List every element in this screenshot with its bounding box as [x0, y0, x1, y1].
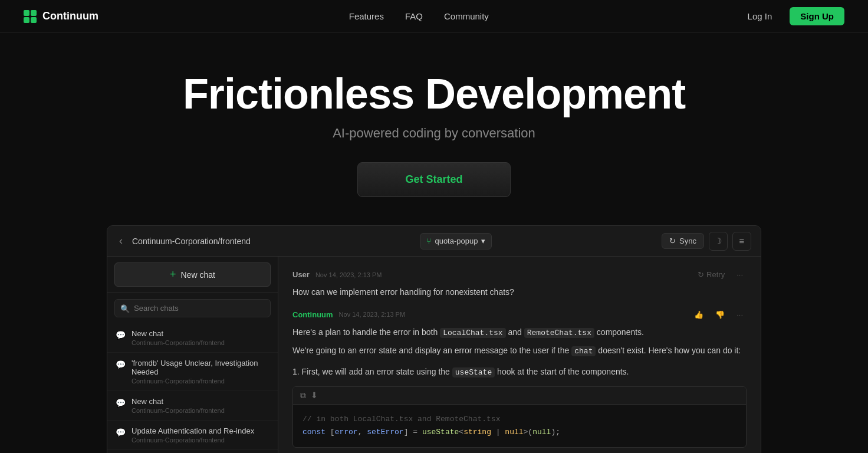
chat-item-sub: Continuum-Corporation/frontend [131, 378, 269, 385]
nav-actions: Log In Sign Up [739, 7, 844, 25]
theme-toggle-button[interactable]: ☽ [709, 232, 728, 251]
code-seterror-var: setError [367, 428, 403, 436]
list-item[interactable]: 💬 New chat Continuum-Corporation/fronten… [107, 391, 278, 421]
nav-links: Features FAQ Community [349, 11, 489, 21]
get-started-button[interactable]: Get Started [357, 162, 510, 197]
message-actions: 👍 👎 ··· [691, 308, 747, 321]
more-options-button[interactable]: ··· [733, 308, 747, 321]
branch-icon: ⑂ [426, 237, 431, 246]
code-content: // in both LocalChat.tsx and RemoteChat.… [293, 405, 746, 447]
signup-button[interactable]: Sign Up [790, 7, 844, 25]
retry-button[interactable]: ↻ Retry [694, 268, 728, 281]
chat-icon: 💬 [116, 330, 126, 340]
assistant-message: Continuum Nov 14, 2023, 2:13 PM 👍 👎 ··· [292, 308, 747, 453]
moon-icon: ☽ [714, 236, 722, 247]
chat-item-sub: Continuum-Corporation/frontend [131, 436, 254, 444]
repo-label: Continuum-Corporation/frontend [132, 237, 251, 246]
new-chat-button[interactable]: + New chat [114, 262, 271, 287]
code-null-value: null [532, 428, 551, 436]
chevron-down-icon: ▾ [481, 237, 485, 245]
chat-icon: 💬 [116, 428, 126, 437]
chat-list: 💬 New chat Continuum-Corporation/fronten… [107, 323, 278, 453]
menu-button[interactable]: ≡ [732, 232, 751, 251]
chat-item-title: New chat [131, 397, 225, 406]
step1-text: 1. First, we will add an error state usi… [292, 365, 747, 379]
new-chat-label: New chat [181, 270, 215, 280]
message-line2: We're going to an error state and displa… [292, 344, 747, 358]
list-item[interactable]: 💬 'fromdb' Usage Unclear, Investigation … [107, 353, 278, 391]
copy-button[interactable]: ⧉ [300, 390, 306, 401]
branch-label: quota-popup [435, 237, 478, 245]
retry-icon: ↻ [698, 270, 704, 279]
hero-section: Frictionless Development AI-powered codi… [0, 33, 868, 225]
search-input[interactable] [114, 299, 271, 317]
chat-header-left: ‹ Continuum-Corporation/frontend [117, 232, 251, 250]
code-inline-chat: chat [571, 346, 596, 356]
step1-label: 1. [292, 367, 302, 376]
hero-title: Frictionless Development [12, 71, 856, 117]
chat-item-sub: Continuum-Corporation/frontend [131, 339, 225, 346]
code-usestate-call: useState [422, 428, 459, 436]
chat-header-center: ⑂ quota-popup ▾ [420, 233, 492, 250]
chat-header: ‹ Continuum-Corporation/frontend ⑂ quota… [107, 226, 761, 257]
search-box: 🔍 [114, 299, 271, 317]
logo-icon [24, 10, 37, 23]
code-const: const [303, 428, 326, 436]
thumbs-down-button[interactable]: 👎 [712, 308, 728, 321]
chat-header-right: ↻ Sync ☽ ≡ [662, 232, 751, 251]
sidebar-top: + New chat [107, 257, 278, 293]
download-button[interactable]: ⬇ [311, 390, 318, 400]
code-inline-usestate: useState [452, 367, 495, 378]
code-comment: // in both LocalChat.tsx and RemoteChat.… [303, 415, 500, 424]
chat-window: ‹ Continuum-Corporation/frontend ⑂ quota… [107, 225, 761, 453]
code-block: ⧉ ⬇ // in both LocalChat.tsx and RemoteC… [292, 386, 747, 448]
code-inline-remotechat: RemoteChat.tsx [524, 328, 594, 338]
list-item[interactable]: 💬 Solve null issue with defaults Continu… [107, 450, 278, 453]
code-inline-localchat: LocalChat.tsx [440, 328, 505, 338]
thumbs-up-icon: 👍 [694, 310, 703, 319]
sync-label: Sync [679, 237, 696, 245]
chat-item-title: Update Authentication and Re-index [131, 426, 254, 435]
message-time: Nov 14, 2023, 2:13 PM [315, 271, 382, 278]
login-button[interactable]: Log In [739, 8, 781, 25]
menu-icon: ≡ [739, 236, 745, 246]
plus-icon: + [170, 268, 176, 281]
chat-item-sub: Continuum-Corporation/frontend [131, 407, 225, 414]
code-error-var: error [335, 428, 358, 436]
nav-features[interactable]: Features [349, 11, 384, 21]
thumbs-up-button[interactable]: 👍 [691, 308, 707, 321]
chat-icon: 💬 [116, 398, 126, 408]
sync-button[interactable]: ↻ Sync [662, 233, 704, 249]
list-item[interactable]: 💬 New chat Continuum-Corporation/fronten… [107, 323, 278, 353]
chat-item-title: New chat [131, 329, 225, 338]
ellipsis-icon: ··· [737, 310, 743, 319]
chat-item-title: 'fromdb' Usage Unclear, Investigation Ne… [131, 359, 269, 376]
search-icon: 🔍 [120, 304, 130, 313]
sync-icon: ↻ [669, 237, 676, 245]
code-type-null: null [505, 428, 523, 436]
user-message: User Nov 14, 2023, 2:13 PM ↻ Retry ··· H… [292, 268, 747, 298]
back-button[interactable]: ‹ [117, 232, 125, 250]
message-author: Continuum [292, 310, 333, 319]
code-type-string: string [463, 428, 491, 436]
more-options-button[interactable]: ··· [733, 268, 747, 281]
nav-faq[interactable]: FAQ [405, 11, 423, 21]
branch-selector[interactable]: ⑂ quota-popup ▾ [420, 233, 492, 250]
message-header: Continuum Nov 14, 2023, 2:13 PM 👍 👎 ··· [292, 308, 747, 321]
list-item[interactable]: 💬 Update Authentication and Re-index Con… [107, 421, 278, 450]
message-actions: ↻ Retry ··· [694, 268, 747, 281]
hero-subtitle: AI-powered coding by conversation [12, 126, 856, 141]
message-text: How can we implement error handling for … [292, 285, 747, 298]
logo[interactable]: Continuum [24, 10, 98, 23]
ellipsis-icon: ··· [737, 270, 743, 279]
nav-community[interactable]: Community [444, 11, 489, 21]
retry-label: Retry [706, 270, 725, 279]
main-chat: User Nov 14, 2023, 2:13 PM ↻ Retry ··· H… [278, 257, 761, 453]
sidebar: + New chat 🔍 💬 New chat Continuum-Corpor… [107, 257, 278, 453]
navbar: Continuum Features FAQ Community Log In … [0, 0, 868, 33]
message-author: User [292, 270, 310, 279]
message-intro: Here's a plan to handle the error in bot… [292, 326, 747, 340]
chat-icon: 💬 [116, 360, 126, 369]
chat-body: + New chat 🔍 💬 New chat Continuum-Corpor… [107, 257, 761, 453]
thumbs-down-icon: 👎 [715, 310, 725, 319]
